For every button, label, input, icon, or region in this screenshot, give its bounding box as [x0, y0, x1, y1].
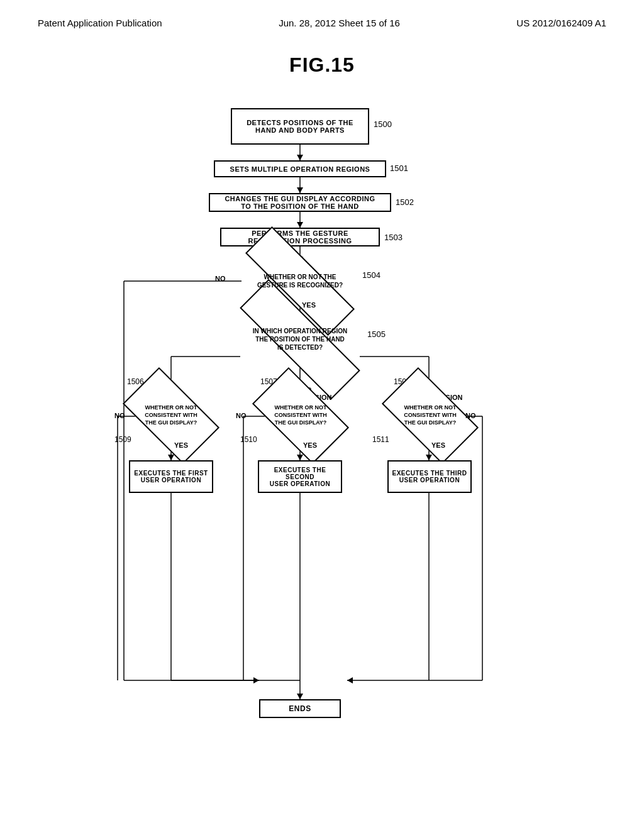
ref-1505: 1505 — [367, 329, 386, 339]
ref-1509: 1509 — [114, 435, 131, 444]
no-1510: NO — [236, 412, 247, 419]
no-1509: NO — [114, 412, 125, 419]
ref-1511: 1511 — [372, 435, 389, 444]
header-left: Patent Application Publication — [38, 18, 162, 28]
fig-title: FIG.15 — [0, 53, 644, 77]
node-1510q: WHETHER OR NOT CONSISTENT WITH THE GUI D… — [258, 390, 343, 441]
yes-1509: YES — [174, 441, 188, 449]
no-label-1504: NO — [215, 275, 226, 282]
header-right: US 2012/0162409 A1 — [516, 18, 606, 28]
svg-marker-3 — [297, 187, 303, 193]
ref-1502: 1502 — [396, 197, 414, 207]
yes-label-1504: YES — [302, 301, 316, 309]
node-1500: DETECTS POSITIONS OF THE HAND AND BODY P… — [231, 108, 369, 145]
header: Patent Application Publication Jun. 28, … — [0, 0, 644, 28]
node-ends: ENDS — [259, 699, 341, 718]
node-1505: IN WHICH OPERATION REGION THE POSITION O… — [235, 319, 365, 360]
header-center: Jun. 28, 2012 Sheet 15 of 16 — [279, 18, 400, 28]
svg-marker-28 — [426, 455, 432, 460]
svg-marker-20 — [168, 455, 174, 460]
svg-marker-32 — [347, 677, 353, 683]
node-1511q: WHETHER OR NOT CONSISTENT WITH THE GUI D… — [387, 390, 473, 441]
ref-1501: 1501 — [390, 163, 408, 173]
diagram: DETECTS POSITIONS OF THE HAND AND BODY P… — [77, 96, 567, 756]
no-1511: NO — [465, 412, 476, 419]
node-1502: CHANGES THE GUI DISPLAY ACCORDING TO THE… — [209, 193, 391, 212]
node-1510a: EXECUTES THE SECOND USER OPERATION — [258, 460, 342, 493]
node-1503: PERFORMS THE GESTURE RECOGNITION PROCESS… — [220, 228, 380, 246]
svg-marker-1 — [297, 155, 303, 160]
node-1511a: EXECUTES THE THIRD USER OPERATION — [387, 460, 472, 493]
node-1509q: WHETHER OR NOT CONSISTENT WITH THE GUI D… — [128, 390, 214, 441]
yes-1511: YES — [431, 441, 445, 449]
svg-marker-5 — [297, 222, 303, 228]
ref-1504: 1504 — [362, 270, 380, 280]
yes-1510: YES — [303, 441, 317, 449]
svg-marker-24 — [297, 455, 303, 460]
ref-1503: 1503 — [384, 233, 402, 242]
ref-1500: 1500 — [374, 119, 392, 129]
ref-1510: 1510 — [240, 435, 257, 444]
node-1509a: EXECUTES THE FIRST USER OPERATION — [129, 460, 213, 493]
node-1501: SETS MULTIPLE OPERATION REGIONS — [214, 160, 386, 177]
svg-marker-38 — [297, 694, 303, 699]
